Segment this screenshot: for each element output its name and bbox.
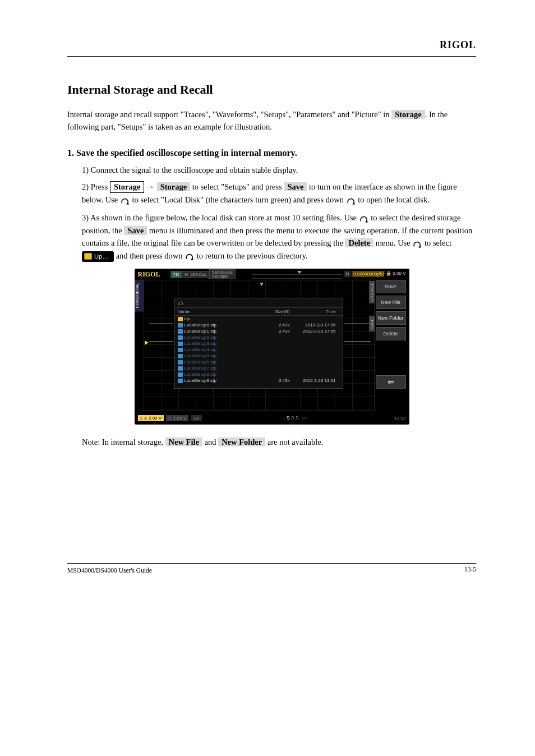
horizontal-tab: HORIZONTAL bbox=[135, 280, 144, 312]
storage-vertical-tab: STORAGE bbox=[369, 281, 375, 303]
back-button[interactable]: ⇐ bbox=[376, 375, 406, 389]
wave-fragment bbox=[344, 335, 371, 351]
intro-text: Internal storage and recall support "Tra… bbox=[67, 110, 448, 131]
up-row[interactable]: Up… bbox=[174, 316, 343, 322]
step1-heading: 1. Save the specified oscilloscope setti… bbox=[67, 148, 476, 158]
file-row[interactable]: LocalSetup2.stp bbox=[174, 334, 343, 340]
wave-fragment bbox=[149, 335, 173, 351]
step2-text: 3) As shown in the figure below, the loc… bbox=[82, 213, 472, 260]
oscilloscope-screenshot: RIGOL TD H 200.0us 5.000GSa/s 5.00Mpts D… bbox=[135, 269, 409, 425]
intro-paragraph: Internal storage and recall support "Tra… bbox=[67, 108, 476, 133]
step1-body: 1) Connect the signal to the oscilloscop… bbox=[67, 164, 476, 262]
browser-path: c:\ bbox=[174, 298, 343, 308]
file-row[interactable]: LocalSetup4.stp bbox=[174, 347, 343, 353]
save-softkey-2: Save bbox=[124, 226, 147, 235]
file-icon bbox=[178, 323, 183, 328]
scope-rate-chip: 5.000GSa/s 5.00Mpts bbox=[209, 269, 236, 279]
brand-header: RIGOL bbox=[67, 39, 476, 56]
multipurpose-knob-icon bbox=[346, 196, 356, 205]
file-row[interactable]: LocalSetup3.stp bbox=[174, 340, 343, 347]
trigger-position-icon bbox=[297, 271, 302, 274]
ch2-chip: 2 1.00 V bbox=[166, 415, 188, 421]
la-chip: LA bbox=[191, 415, 202, 421]
file-icon bbox=[178, 348, 183, 352]
scope-status-bar: 1 ⏚ 2.00 V 2 1.00 V LA S ⎍ ⎍ ∿∿ 13:12 bbox=[135, 413, 409, 422]
delete-softkey: Delete bbox=[345, 238, 373, 247]
file-icon bbox=[178, 335, 183, 340]
file-row[interactable]: LocalSetup7.stp bbox=[174, 365, 343, 371]
ch1-zero-marker-icon bbox=[145, 340, 149, 345]
file-icon bbox=[178, 366, 183, 371]
step1-line1: 1) Connect the signal to the oscilloscop… bbox=[82, 165, 298, 174]
file-icon bbox=[178, 354, 183, 358]
folder-icon bbox=[84, 253, 92, 260]
file-icon bbox=[178, 360, 183, 365]
wave-fragment bbox=[344, 317, 371, 333]
section-heading: Internal Storage and Recall bbox=[67, 82, 476, 97]
scope-clock: 13:12 bbox=[394, 416, 405, 421]
multipurpose-knob-icon bbox=[359, 214, 369, 223]
storage-softkey: Storage bbox=[391, 110, 425, 119]
delete-button[interactable]: Delete bbox=[376, 327, 406, 340]
multipurpose-knob-icon bbox=[120, 196, 130, 205]
folder-icon bbox=[178, 317, 183, 321]
file-row[interactable]: LocalSetup9.stp2.43k2012-3-23 13:01 bbox=[174, 377, 343, 384]
file-browser[interactable]: c:\ Name Size(B) Time Up… LocalSetup0.st… bbox=[174, 298, 343, 389]
file-icon bbox=[178, 329, 183, 334]
step1-line2: 2) Press Storage → Storage to select "Se… bbox=[82, 182, 457, 204]
browser-header: Name Size(B) Time bbox=[174, 308, 343, 316]
new-file-button[interactable]: New File bbox=[376, 296, 406, 309]
file-row[interactable]: LocalSetup6.stp bbox=[174, 359, 343, 365]
header-rule bbox=[67, 56, 476, 57]
file-icon bbox=[178, 342, 183, 346]
scope-logo: RIGOL bbox=[138, 270, 160, 279]
multipurpose-knob-icon bbox=[185, 252, 195, 261]
trigger-marker-icon: ▼ bbox=[259, 281, 265, 287]
source-icons: S ⎍ ⎍ ∿∿ bbox=[287, 415, 307, 421]
wave-fragment bbox=[149, 317, 173, 333]
up-folder-pill: Up… bbox=[82, 251, 114, 262]
file-icon bbox=[178, 379, 183, 383]
file-row[interactable]: LocalSetup8.stp bbox=[174, 371, 343, 377]
save-vertical-tab: SAVE bbox=[369, 316, 375, 331]
file-row[interactable]: LocalSetup5.stp bbox=[174, 353, 343, 359]
new-folder-softkey: New Folder bbox=[218, 437, 265, 446]
footer-rule bbox=[67, 563, 476, 564]
scope-td-chip: TD bbox=[170, 271, 182, 278]
ch1-chip: 1 ⏚ 2.00 V bbox=[138, 415, 164, 421]
scope-overview bbox=[252, 271, 342, 279]
scope-h-chip: H 200.0us bbox=[182, 271, 209, 278]
storage-softkey-2: Storage bbox=[157, 182, 191, 191]
file-icon bbox=[178, 372, 183, 377]
save-button[interactable]: Save bbox=[376, 280, 406, 293]
new-folder-button[interactable]: New Folder bbox=[376, 311, 406, 325]
file-row[interactable]: LocalSetup1.stp2.43k2012-2-28 17:05 bbox=[174, 328, 343, 334]
storage-hardkey: Storage bbox=[110, 181, 145, 193]
new-file-softkey: New File bbox=[165, 437, 202, 446]
scope-side-menu: STORAGE SAVE Save New File New Folder De… bbox=[376, 280, 406, 389]
note-paragraph: Note: In internal storage, New File and … bbox=[67, 436, 476, 448]
scope-trigger: T ⨍ 🔒 0.00 V bbox=[379, 271, 405, 276]
scope-delay: D 0.00000000ps bbox=[344, 271, 384, 277]
file-row[interactable]: LocalSetup0.stp2.43k2012-3-3 17:05 bbox=[174, 322, 343, 328]
save-softkey: Save bbox=[284, 182, 307, 191]
multipurpose-knob-icon bbox=[412, 239, 422, 248]
lock-icon: 🔒 bbox=[386, 271, 391, 276]
